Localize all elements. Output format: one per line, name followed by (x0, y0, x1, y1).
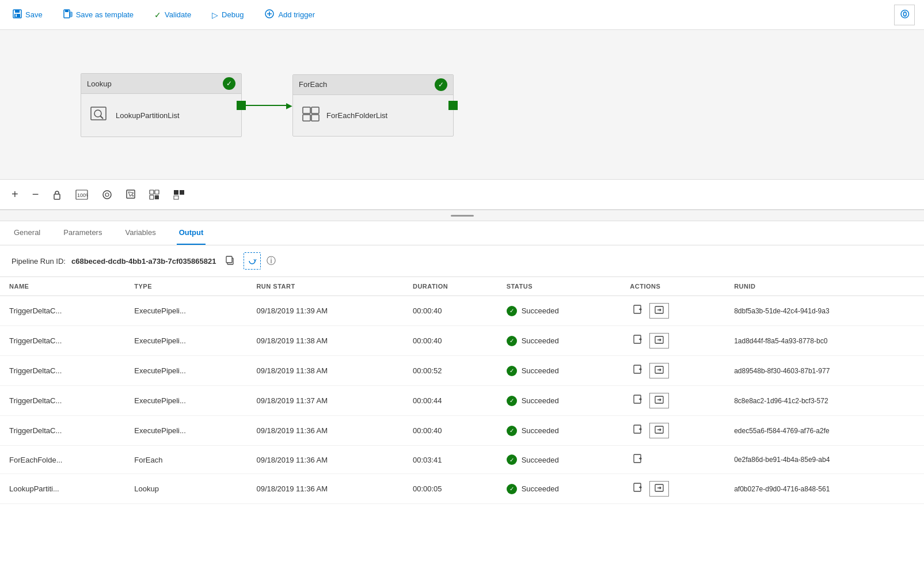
table-row: TriggerDeltaC... ExecutePipeli... 09/18/… (0, 296, 924, 326)
cell-run-start: 09/18/2019 11:38 AM (247, 356, 404, 386)
cell-actions (621, 416, 725, 446)
status-text: Succeeded (522, 456, 559, 464)
tab-variables[interactable]: Variables (123, 221, 158, 245)
action-navigate-button-5[interactable] (630, 453, 647, 467)
action-open-button-2[interactable] (649, 363, 669, 378)
foreach-node-label: ForEachFolderList (326, 111, 387, 120)
cell-actions (621, 356, 725, 386)
action-navigate-button-6[interactable] (630, 482, 647, 495)
cell-type: ExecutePipeli... (125, 386, 247, 416)
pipeline-flow: Lookup ✓ LookupPartitionList ▶ (81, 73, 454, 137)
action-navigate-button-2[interactable] (630, 363, 647, 377)
cell-runid: 0e2fa86d-be91-4b4a-85e9-ab4 (725, 446, 924, 474)
table-row: TriggerDeltaC... ExecutePipeli... 09/18/… (0, 416, 924, 446)
svg-rect-3 (16, 14, 17, 17)
tab-output[interactable]: Output (177, 221, 206, 245)
svg-rect-19 (311, 115, 319, 121)
cell-status: ✓ Succeeded (497, 416, 621, 446)
layers-button[interactable] (171, 187, 187, 202)
fit-zoom-button[interactable] (100, 187, 115, 202)
action-open-button-6[interactable] (649, 481, 669, 497)
svg-line-15 (101, 116, 104, 119)
status-success-icon: ✓ (507, 306, 517, 316)
tab-general[interactable]: General (12, 221, 43, 245)
svg-rect-30 (174, 190, 178, 195)
foreach-node[interactable]: ForEach ✓ ForEachFolderList (292, 74, 454, 137)
cell-name: ForEachFolde... (0, 446, 125, 474)
cell-type: ForEach (125, 446, 247, 474)
cell-runid: ad89548b-8f30-4603-87b1-977 (725, 356, 924, 386)
zoom100-button[interactable]: 100% (73, 187, 90, 202)
lookup-icon (90, 105, 109, 125)
add-trigger-label: Add trigger (278, 10, 315, 19)
foreach-node-header: ForEach ✓ (293, 75, 453, 95)
table-row: TriggerDeltaC... ExecutePipeli... 09/18/… (0, 356, 924, 386)
debug-label: Debug (222, 10, 244, 19)
cell-run-start: 09/18/2019 11:36 AM (247, 446, 404, 474)
run-id-info-button[interactable]: ⓘ (267, 255, 276, 267)
svg-rect-13 (91, 107, 106, 120)
cell-runid: 1ad8d44f-f8a5-4a93-8778-bc0 (725, 326, 924, 356)
action-navigate-button-0[interactable] (630, 304, 647, 317)
cell-status: ✓ Succeeded (497, 474, 621, 504)
pipeline-canvas: Lookup ✓ LookupPartitionList ▶ (0, 30, 924, 180)
col-actions: ACTIONS (621, 277, 725, 296)
cell-name: TriggerDeltaC... (0, 326, 125, 356)
tab-parameters[interactable]: Parameters (61, 221, 104, 245)
lock-tool-button[interactable] (50, 187, 64, 202)
action-open-button-1[interactable] (649, 333, 669, 348)
lookup-node-title: Lookup (87, 79, 112, 88)
table-row: LookupPartiti... Lookup 09/18/2019 11:36… (0, 474, 924, 504)
cell-name: TriggerDeltaC... (0, 386, 125, 416)
cell-status: ✓ Succeeded (497, 386, 621, 416)
status-success-icon: ✓ (507, 426, 517, 436)
validate-label: Validate (165, 10, 191, 19)
status-text: Succeeded (522, 336, 559, 345)
action-navigate-button-1[interactable] (630, 334, 647, 347)
toolbar-right-btn[interactable]: ⓪ (894, 5, 915, 25)
col-run-start: RUN START (247, 277, 404, 296)
select-all-button[interactable] (147, 187, 162, 202)
add-tool-button[interactable]: + (9, 185, 21, 203)
cell-type: ExecutePipeli... (125, 326, 247, 356)
bottom-panel: General Parameters Variables Output Pipe… (0, 221, 924, 504)
svg-rect-16 (303, 107, 310, 113)
action-open-button-4[interactable] (649, 423, 669, 438)
run-id-bar: Pipeline Run ID: c68beced-dcdb-4bb1-a73b… (0, 245, 924, 277)
action-navigate-button-4[interactable] (630, 423, 647, 437)
action-open-button-0[interactable] (649, 303, 669, 319)
cell-status: ✓ Succeeded (497, 446, 621, 474)
cell-status: ✓ Succeeded (497, 356, 621, 386)
cell-type: ExecutePipeli... (125, 296, 247, 326)
action-open-button-3[interactable] (649, 393, 669, 408)
cell-runid: 8c8e8ac2-1d96-41c2-bcf3-572 (725, 386, 924, 416)
action-navigate-button-3[interactable] (630, 393, 647, 407)
run-id-refresh-button[interactable] (244, 252, 261, 270)
validate-button[interactable]: ✓ Validate (151, 8, 195, 22)
svg-rect-34 (226, 256, 232, 263)
table-header: NAME TYPE RUN START DURATION STATUS ACTI… (0, 277, 924, 296)
debug-button[interactable]: ▷ Debug (208, 8, 247, 22)
save-button[interactable]: Save (9, 7, 46, 22)
lookup-node[interactable]: Lookup ✓ LookupPartitionList (81, 73, 242, 137)
minus-tool-button[interactable]: − (30, 185, 41, 203)
save-as-template-button[interactable]: Save as template (60, 7, 137, 22)
cell-actions (621, 326, 725, 356)
save-as-template-label: Save as template (76, 10, 134, 19)
add-trigger-button[interactable]: Add trigger (261, 7, 318, 22)
table-body: TriggerDeltaC... ExecutePipeli... 09/18/… (0, 296, 924, 504)
select-tool-button[interactable] (124, 187, 138, 202)
cell-type: Lookup (125, 474, 247, 504)
run-id-copy-button[interactable] (222, 255, 238, 268)
status-success-icon: ✓ (507, 396, 517, 406)
toolbar-right: ⓪ (894, 5, 915, 25)
svg-point-14 (94, 110, 101, 117)
table-row: ForEachFolde... ForEach 09/18/2019 11:36… (0, 446, 924, 474)
cell-status: ✓ Succeeded (497, 296, 621, 326)
panel-drag-handle[interactable] (0, 210, 924, 221)
svg-text:100%: 100% (77, 192, 88, 198)
cell-run-start: 09/18/2019 11:36 AM (247, 416, 404, 446)
svg-rect-29 (155, 195, 159, 199)
svg-rect-2 (14, 14, 20, 17)
arrow-connector: ▶ (241, 101, 293, 110)
